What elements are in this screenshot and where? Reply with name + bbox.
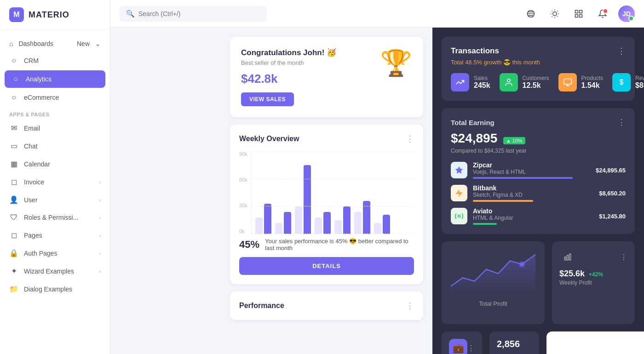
y-label-0k: 0k [239, 228, 247, 234]
apps-pages-label: APPS & PAGES [0, 106, 110, 119]
products-icon [558, 73, 577, 91]
customers-label: Customers [523, 75, 549, 81]
sidebar-item-dialog[interactable]: 📁 Dialog Examples [0, 280, 110, 298]
sales-value: 245k [474, 81, 490, 90]
bitbank-icon [451, 185, 467, 201]
shield-icon: 🛡 [9, 213, 18, 222]
aviato-progress [473, 223, 593, 225]
sidebar-item-dashboards[interactable]: ⌂ Dashboards New ⌄ [0, 35, 110, 52]
topbar: 🔍 JD [110, 0, 644, 28]
transactions-stats: Sales 245k Customers 12.5k [451, 73, 626, 91]
earning-compare: Compared to $84,325 last year [451, 148, 626, 154]
aviato-icon [451, 208, 467, 224]
transactions-more-icon[interactable]: ⋮ [617, 46, 626, 56]
bar-chart-container: 90k 60k 30k 0k [239, 151, 414, 234]
sidebar-item-email[interactable]: ✉ Email [0, 119, 110, 137]
circle-icon: ○ [9, 93, 18, 102]
sidebar-item-label: eCommerce [24, 94, 101, 101]
svg-point-14 [507, 79, 510, 82]
lock-icon: 🔒 [9, 249, 18, 257]
sales-label: Sales [474, 75, 490, 81]
sidebar-item-analytics[interactable]: ○ Analytics [5, 70, 105, 88]
grid-icon[interactable] [570, 6, 587, 22]
zipcar-sub: Vuejs, React & HTML [473, 169, 590, 175]
sidebar-item-auth[interactable]: 🔒 Auth Pages › [0, 244, 110, 262]
sidebar-item-crm[interactable]: ○ CRM [0, 52, 110, 69]
congrats-card: Congratulations John! 🥳 Best seller of t… [230, 37, 423, 117]
weekly-overview-card: Weekly Overview ⋮ 90k 60k 30k 0k [230, 125, 423, 284]
svg-rect-15 [564, 79, 571, 85]
bar-sun-purple [383, 215, 390, 234]
bar-wed-purple [304, 165, 311, 234]
new-project-more-icon[interactable]: ⋮ [467, 344, 475, 353]
svg-rect-11 [580, 10, 582, 13]
panel-left: Congratulations John! 🥳 Best seller of t… [221, 28, 432, 354]
new-project-header: 💼 ⋮ [449, 339, 475, 354]
earning-growth: ▲ 10% [503, 137, 525, 144]
transactions-header: Transactions ⋮ [451, 46, 626, 56]
bar-sat-purple [363, 201, 370, 234]
bar-tue-light [275, 223, 282, 234]
customers-value: 12.5k [523, 81, 549, 90]
bar-group-mon [255, 204, 271, 234]
weekly-more-icon[interactable]: ⋮ [406, 134, 414, 144]
sidebar-item-chat[interactable]: ▭ Chat [0, 137, 110, 155]
bar-chart-icon [559, 249, 576, 265]
congrats-title: Congratulations John! 🥳 [241, 48, 336, 57]
svg-line-8 [552, 16, 552, 17]
chevron-right-icon: › [99, 179, 101, 185]
details-button[interactable]: DETAILS [239, 257, 414, 275]
avatar[interactable]: JD [618, 6, 635, 22]
earning-more-icon[interactable]: ⋮ [617, 117, 626, 127]
aviato-info: Aviato HTML & Angular [473, 207, 593, 225]
bar-fri-purple [343, 206, 351, 234]
sidebar-nav: ⌂ Dashboards New ⌄ ○ CRM ○ Analytics ○ e… [0, 30, 110, 354]
calendar-icon: ▦ [9, 160, 18, 168]
sun-icon[interactable] [546, 6, 563, 22]
dialog-icon: 📁 [9, 285, 18, 293]
sidebar-item-ecommerce[interactable]: ○ eCommerce [0, 89, 110, 106]
search-bar[interactable]: 🔍 [120, 6, 267, 22]
sidebar-item-calendar[interactable]: ▦ Calendar [0, 155, 110, 173]
chevron-right-icon: › [99, 268, 101, 274]
bitbank-progress-fill [473, 200, 533, 202]
svg-marker-19 [456, 189, 463, 197]
sidebar-item-pages[interactable]: ◻ Pages › [0, 226, 110, 244]
email-icon: ✉ [9, 124, 18, 132]
aviato-progress-fill [473, 223, 497, 225]
weekly-footer: 45% Your sales performance is 45% 😎 bett… [239, 238, 414, 251]
bar-mon-purple [264, 204, 271, 234]
sidebar-item-roles[interactable]: 🛡 Roles & Permissi... › [0, 209, 110, 226]
bars-area [251, 151, 414, 234]
sidebar-item-wizard[interactable]: ✦ Wizard Examples › [0, 262, 110, 280]
y-axis-labels: 90k 60k 30k 0k [239, 151, 247, 234]
sidebar-item-label: Calendar [24, 160, 101, 168]
stat-customers: Customers 12.5k [500, 73, 549, 91]
search-input[interactable] [138, 10, 260, 17]
bar-group-thu [315, 212, 331, 234]
performance-more-icon[interactable]: ⋮ [406, 301, 414, 311]
sidebar-item-user[interactable]: 👤 User › [0, 191, 110, 209]
weekly-description: Your sales performance is 45% 😎 better c… [265, 238, 414, 251]
svg-point-1 [553, 11, 557, 15]
wizard-icon: ✦ [9, 267, 18, 275]
profit-chart-label: Total Profit [451, 300, 535, 307]
svg-rect-10 [575, 10, 578, 13]
svg-line-5 [557, 16, 558, 17]
notification-icon[interactable] [594, 6, 611, 22]
sidebar-item-invoice[interactable]: ◻ Invoice › [0, 173, 110, 191]
stat-sales-info: Sales 245k [474, 75, 490, 90]
weekly-profit-growth: +42% [589, 271, 603, 278]
translate-icon[interactable] [523, 6, 539, 22]
stat-products: Products 1.54k [558, 73, 603, 91]
weekly-profit-more-icon[interactable]: ⋮ [620, 253, 627, 262]
aviato-amount: $1,245.80 [599, 213, 626, 220]
main-content: Congratulations John! 🥳 Best seller of t… [221, 28, 644, 354]
y-label-30k: 30k [239, 203, 247, 208]
stat-products-info: Products 1.54k [581, 75, 603, 90]
bar-sun-light [374, 223, 381, 234]
chat-icon: ▭ [9, 142, 18, 150]
chevron-right-icon: › [99, 215, 101, 220]
view-sales-button[interactable]: VIEW SALES [241, 92, 294, 106]
bar-thu-purple [323, 212, 331, 234]
